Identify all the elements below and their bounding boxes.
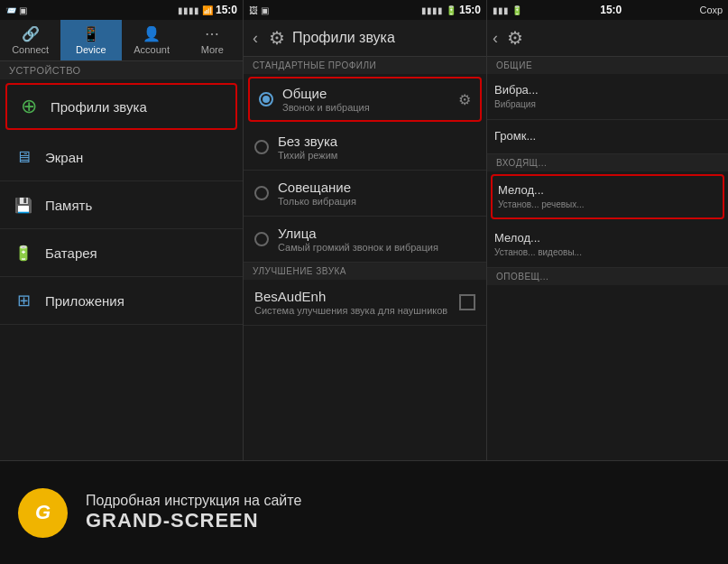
grand-logo: G bbox=[18, 488, 68, 538]
menu-item-battery[interactable]: 🔋 Батарея bbox=[0, 229, 243, 277]
status-right-icons: ▮▮▮▮ 📶 15:0 bbox=[178, 4, 237, 16]
wifi-icon: 📶 bbox=[202, 5, 213, 15]
panel-device: 📨 ▣ ▮▮▮▮ 📶 15:0 🔗 Connect 📱 Device 👤 Acc… bbox=[0, 0, 244, 460]
tab-connect[interactable]: 🔗 Connect bbox=[0, 20, 60, 60]
enhance-section-header: УЛУЧШЕНИЕ ЗВУКА bbox=[244, 263, 486, 280]
volume-item[interactable]: Громк... bbox=[487, 120, 728, 154]
standard-profiles-header: СТАНДАРТНЫЕ ПРОФИЛИ bbox=[244, 57, 486, 74]
time-display-3: 15:0 bbox=[600, 4, 622, 16]
more-icon: ⋯ bbox=[205, 25, 219, 42]
general-section-header: ОБЩИЕ bbox=[487, 57, 728, 74]
back-arrow-icon[interactable]: ‹ bbox=[253, 29, 258, 48]
screen-icon: 🖥 bbox=[11, 144, 36, 170]
radio-meeting bbox=[254, 186, 269, 200]
menu-item-screen[interactable]: 🖥 Экран bbox=[0, 134, 243, 181]
image-icon: 🖼 bbox=[249, 5, 258, 15]
memory-icon: 💾 bbox=[11, 192, 36, 217]
profile-gear-icon[interactable]: ⚙ bbox=[458, 91, 471, 108]
tab-account[interactable]: 👤 Account bbox=[122, 20, 182, 60]
save-text: Сохр bbox=[699, 5, 723, 15]
vibration-text: Вибра... Вибрация bbox=[494, 83, 721, 110]
device-section-header: УСТРОЙСТВО bbox=[0, 61, 243, 79]
status-bar-3: ▮▮▮ 🔋 15:0 Сохр bbox=[487, 0, 728, 20]
volume-text: Громк... bbox=[494, 129, 721, 144]
menu-item-apps[interactable]: ⊞ Приложения bbox=[0, 277, 243, 325]
profile-outdoor[interactable]: Улица Самый громкий звонок и вибрация bbox=[244, 217, 486, 263]
profile-outdoor-text: Улица Самый громкий звонок и вибрация bbox=[278, 226, 475, 253]
profile-meeting-text: Совещание Только вибрация bbox=[278, 180, 475, 207]
status-bar-1: 📨 ▣ ▮▮▮▮ 📶 15:0 bbox=[0, 0, 243, 20]
status-left-icons: 📨 ▣ bbox=[5, 5, 27, 15]
apps-icon: ⊞ bbox=[11, 288, 36, 313]
time-display-2: 15:0 bbox=[459, 4, 481, 16]
radio-general bbox=[259, 92, 273, 106]
radio-silent bbox=[254, 140, 269, 154]
tab-device[interactable]: 📱 Device bbox=[60, 20, 121, 60]
general-settings-header: ‹ ⚙ bbox=[487, 20, 728, 57]
battery3-icon: 🔋 bbox=[511, 5, 522, 15]
signal-bars2-icon: ▮▮▮▮ bbox=[421, 5, 443, 15]
besaudenh-text: BesAudEnh Система улучшения звука для на… bbox=[254, 289, 459, 316]
besaudenh-checkbox[interactable] bbox=[459, 294, 475, 310]
tab-more[interactable]: ⋯ More bbox=[182, 20, 243, 60]
profile-general-text: Общие Звонок и вибрация bbox=[282, 86, 458, 113]
connect-icon: 🔗 bbox=[22, 25, 40, 42]
menu-item-memory[interactable]: 💾 Память bbox=[0, 181, 243, 229]
melody1-text: Мелод... Установ... речевых... bbox=[498, 183, 717, 210]
back-arrow-icon-3[interactable]: ‹ bbox=[493, 29, 498, 48]
profile-silent-text: Без звука Тихий режим bbox=[278, 134, 475, 161]
radio-outdoor bbox=[254, 232, 269, 246]
melody2-item[interactable]: Мелод... Установ... видеовы... bbox=[487, 222, 728, 268]
panel-general-settings: ▮▮▮ 🔋 15:0 Сохр ‹ ⚙ ОБЩИЕ Вибра... Вибра… bbox=[487, 0, 728, 460]
notification-icon: 📨 bbox=[5, 5, 16, 15]
profile-silent[interactable]: Без звука Тихий режим bbox=[244, 125, 486, 171]
signal2-icon: ▣ bbox=[261, 5, 269, 15]
signal-icon: ▣ bbox=[19, 5, 27, 15]
notif-section-header: ОПОВЕЩ... bbox=[487, 268, 728, 285]
device-icon: 📱 bbox=[82, 25, 100, 42]
time-display: 15:0 bbox=[216, 4, 237, 16]
panel-sound-profiles: 🖼 ▣ ▮▮▮▮ 🔋 15:0 ‹ ⚙ Профили звука СТАНДА… bbox=[244, 0, 487, 460]
tab-bar-1: 🔗 Connect 📱 Device 👤 Account ⋯ More bbox=[0, 20, 243, 61]
besaudenh-item[interactable]: BesAudEnh Система улучшения звука для на… bbox=[244, 280, 486, 326]
gear-icon-3: ⚙ bbox=[507, 27, 523, 49]
signal-bars-icon: ▮▮▮▮ bbox=[178, 5, 199, 15]
bottom-bar: G Подробная инструкция на сайте GRAND-SC… bbox=[0, 460, 728, 564]
status-left-3: ▮▮▮ 🔋 bbox=[493, 5, 522, 15]
gear-icon-2: ⚙ bbox=[269, 27, 285, 49]
profile-meeting[interactable]: Совещание Только вибрация bbox=[244, 171, 486, 217]
menu-item-sound-profiles[interactable]: ⊕ Профили звука bbox=[5, 83, 237, 130]
battery-icon: 🔋 bbox=[11, 240, 36, 265]
signal3-icon: ▮▮▮ bbox=[493, 5, 509, 15]
sound-profiles-icon: ⊕ bbox=[16, 94, 41, 119]
bottom-text-block: Подробная инструкция на сайте GRAND-SCRE… bbox=[86, 493, 301, 532]
incoming-section-header: ВХОДЯЩ... bbox=[487, 154, 728, 171]
account-icon: 👤 bbox=[143, 25, 161, 42]
vibration-item[interactable]: Вибра... Вибрация bbox=[487, 74, 728, 120]
battery2-icon: 🔋 bbox=[446, 5, 456, 15]
profile-general[interactable]: Общие Звонок и вибрация ⚙ bbox=[248, 77, 482, 122]
sound-profiles-header: ‹ ⚙ Профили звука bbox=[244, 20, 486, 57]
status-right-icons-2: ▮▮▮▮ 🔋 15:0 bbox=[421, 4, 481, 16]
status-bar-2: 🖼 ▣ ▮▮▮▮ 🔋 15:0 bbox=[244, 0, 486, 20]
status-left-icons-2: 🖼 ▣ bbox=[249, 5, 269, 15]
melody2-text: Мелод... Установ... видеовы... bbox=[494, 231, 721, 258]
melody1-item[interactable]: Мелод... Установ... речевых... bbox=[491, 174, 724, 219]
